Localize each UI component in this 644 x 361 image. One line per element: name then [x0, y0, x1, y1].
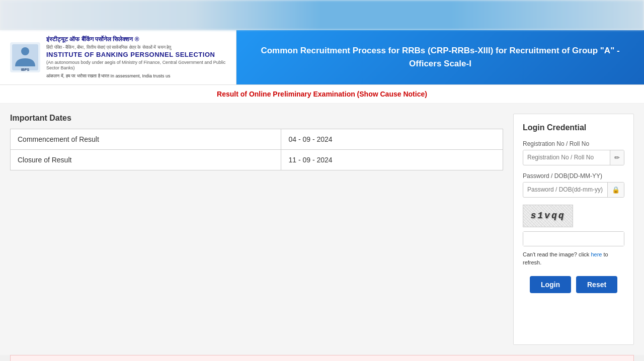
button-row: Login Reset [523, 276, 624, 293]
left-panel: Important Dates Commencement of Result 0… [10, 114, 503, 345]
edit-icon: ✏ [610, 150, 624, 165]
ibps-logo-icon: IBPS [10, 42, 40, 72]
date-value-2: 11 - 09 - 2024 [281, 149, 503, 170]
registration-field-group: Registration No / Roll No ✏ [523, 140, 624, 165]
logo-small-text-2: (An autonomous body under aegis of Minis… [46, 60, 226, 71]
date-label-1: Commencement of Result [11, 129, 281, 149]
table-row: Commencement of Result 04 - 09 - 2024 [11, 129, 503, 149]
reset-button[interactable]: Reset [576, 276, 617, 293]
registration-input[interactable] [523, 150, 610, 164]
password-field-group: Password / DOB(DD-MM-YY) 🔒 [523, 172, 624, 198]
date-label-2: Closure of Result [11, 149, 281, 170]
notice-text: Result of Online Preliminary Examination… [217, 90, 427, 98]
page-header: IBPS इंस्टीट्यूट ऑफ बैंकिंग पर्सोनेल सिल… [0, 30, 644, 85]
login-panel: Login Credential Registration No / Roll … [513, 114, 634, 345]
notice-bar: Result of Online Preliminary Examination… [0, 85, 644, 104]
important-dates-title: Important Dates [10, 114, 503, 123]
main-content: Important Dates Commencement of Result 0… [0, 104, 644, 355]
login-button[interactable]: Login [530, 276, 571, 293]
password-label: Password / DOB(DD-MM-YY) [523, 172, 624, 179]
captcha-hint: Can't read the image? click here to refr… [523, 250, 624, 267]
svg-point-2 [21, 47, 29, 55]
captcha-image: s1vqq [523, 205, 573, 227]
password-input-wrapper: 🔒 [523, 182, 624, 198]
captcha-refresh-link[interactable]: here [591, 251, 602, 257]
login-title: Login Credential [523, 123, 624, 132]
logo-english-name: INSTITUTE OF BANKING PERSONNEL SELECTION [46, 50, 226, 59]
logo-section: IBPS इंस्टीट्यूट ऑफ बैंकिंग पर्सोनेल सिल… [0, 30, 236, 84]
disclaimer-section: Disclaimer : [10, 355, 634, 361]
page-main-title: Common Recruitment Process for RRBs (CRP… [236, 30, 644, 84]
reg-label: Registration No / Roll No [523, 140, 624, 147]
lock-icon: 🔒 [607, 183, 624, 197]
svg-text:IBPS: IBPS [21, 68, 30, 71]
captcha-input-wrapper [523, 231, 624, 246]
top-navigation-bar [0, 0, 644, 30]
dates-table: Commencement of Result 04 - 09 - 2024 Cl… [10, 129, 503, 170]
logo-small-text-1: हिंदी पंक्ति - बैंकिंग, बीमा, वित्तीय से… [46, 45, 226, 51]
reg-input-wrapper: ✏ [523, 150, 624, 165]
date-value-1: 04 - 09 - 2024 [281, 129, 503, 149]
captcha-section: s1vqq Can't read the image? click here t… [523, 205, 624, 267]
captcha-text: s1vqq [530, 211, 565, 221]
captcha-input[interactable] [523, 232, 624, 246]
captcha-hint-before: Can't read the image? click [523, 251, 591, 257]
logo-tagline: आंकलन में, हम पर भरोसा रखता है भारत In a… [46, 73, 226, 79]
password-input[interactable] [523, 183, 607, 197]
table-row: Closure of Result 11 - 09 - 2024 [11, 149, 503, 170]
logo-hindi-name: इंस्टीट्यूट ऑफ बैंकिंग पर्सोनेल सिलेक्शन… [46, 35, 226, 44]
logo-text: इंस्टीट्यूट ऑफ बैंकिंग पर्सोनेल सिलेक्शन… [46, 35, 226, 79]
